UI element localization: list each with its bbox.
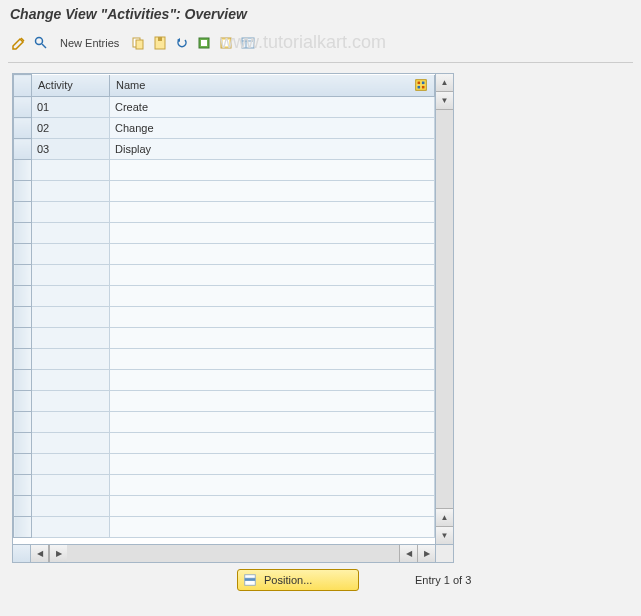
position-button[interactable]: Position... (237, 569, 359, 591)
cell-activity[interactable] (32, 370, 110, 391)
cell-name[interactable]: Display (110, 139, 435, 160)
row-selector[interactable] (14, 202, 32, 223)
copy-icon[interactable] (129, 34, 147, 52)
table-row[interactable] (14, 223, 435, 244)
cell-name[interactable] (110, 454, 435, 475)
cell-name[interactable] (110, 286, 435, 307)
vertical-scrollbar[interactable]: ▲ ▼ ▲ ▼ (435, 74, 453, 544)
row-selector[interactable] (14, 517, 32, 538)
change-icon[interactable] (10, 34, 28, 52)
table-row[interactable]: 02Change (14, 118, 435, 139)
cell-activity[interactable] (32, 307, 110, 328)
cell-name[interactable] (110, 160, 435, 181)
table-row[interactable] (14, 307, 435, 328)
table-row[interactable] (14, 181, 435, 202)
table-settings-icon[interactable] (239, 34, 257, 52)
cell-activity[interactable] (32, 328, 110, 349)
column-header-name[interactable]: Name (110, 75, 435, 97)
row-selector[interactable] (14, 181, 32, 202)
row-selector[interactable] (14, 349, 32, 370)
row-selector[interactable] (14, 223, 32, 244)
cell-name[interactable]: Change (110, 118, 435, 139)
cell-activity[interactable] (32, 265, 110, 286)
cell-activity[interactable]: 02 (32, 118, 110, 139)
other-view-icon[interactable] (32, 34, 50, 52)
row-selector[interactable] (14, 412, 32, 433)
table-row[interactable]: 03Display (14, 139, 435, 160)
row-selector[interactable] (14, 370, 32, 391)
scroll-down2-icon[interactable]: ▼ (436, 526, 453, 544)
cell-name[interactable] (110, 433, 435, 454)
undo-icon[interactable] (173, 34, 191, 52)
cell-activity[interactable] (32, 475, 110, 496)
cell-activity[interactable]: 01 (32, 97, 110, 118)
row-selector[interactable] (14, 433, 32, 454)
table-row[interactable] (14, 517, 435, 538)
cell-name[interactable] (110, 244, 435, 265)
row-selector[interactable] (14, 391, 32, 412)
cell-activity[interactable] (32, 223, 110, 244)
row-selector[interactable] (14, 265, 32, 286)
cell-name[interactable] (110, 412, 435, 433)
cell-activity[interactable] (32, 202, 110, 223)
table-row[interactable]: 01Create (14, 97, 435, 118)
cell-name[interactable] (110, 391, 435, 412)
table-row[interactable] (14, 160, 435, 181)
scroll-left2-icon[interactable]: ◀ (399, 545, 417, 562)
cell-name[interactable] (110, 181, 435, 202)
row-selector[interactable] (14, 328, 32, 349)
table-row[interactable] (14, 349, 435, 370)
cell-name[interactable] (110, 202, 435, 223)
table-row[interactable] (14, 328, 435, 349)
column-header-activity[interactable]: Activity (32, 75, 110, 97)
cell-activity[interactable] (32, 181, 110, 202)
cell-activity[interactable] (32, 160, 110, 181)
row-selector[interactable] (14, 244, 32, 265)
scroll-track[interactable] (436, 110, 453, 508)
row-selector[interactable] (14, 286, 32, 307)
cell-activity[interactable] (32, 286, 110, 307)
table-row[interactable] (14, 202, 435, 223)
scroll-up-icon[interactable]: ▲ (436, 74, 453, 92)
table-row[interactable] (14, 286, 435, 307)
row-selector[interactable] (14, 454, 32, 475)
cell-activity[interactable] (32, 454, 110, 475)
cell-name[interactable] (110, 496, 435, 517)
table-row[interactable] (14, 244, 435, 265)
scroll-right-icon[interactable]: ▶ (49, 545, 67, 562)
cell-activity[interactable] (32, 244, 110, 265)
cell-activity[interactable] (32, 496, 110, 517)
cell-activity[interactable] (32, 391, 110, 412)
table-row[interactable] (14, 265, 435, 286)
scroll-left-icon[interactable]: ◀ (31, 545, 49, 562)
table-row[interactable] (14, 454, 435, 475)
table-config-icon[interactable] (411, 76, 431, 94)
row-selector[interactable] (14, 496, 32, 517)
cell-activity[interactable] (32, 433, 110, 454)
cell-activity[interactable]: 03 (32, 139, 110, 160)
cell-activity[interactable] (32, 517, 110, 538)
scroll-up2-icon[interactable]: ▲ (436, 508, 453, 526)
table-row[interactable] (14, 391, 435, 412)
row-selector[interactable] (14, 475, 32, 496)
table-row[interactable] (14, 370, 435, 391)
cell-name[interactable] (110, 307, 435, 328)
row-selector[interactable] (14, 160, 32, 181)
table-row[interactable] (14, 475, 435, 496)
table-row[interactable] (14, 412, 435, 433)
table-row[interactable] (14, 496, 435, 517)
new-entries-button[interactable]: New Entries (60, 37, 119, 49)
hscroll-track[interactable] (67, 545, 399, 562)
row-selector[interactable] (14, 139, 32, 160)
cell-name[interactable] (110, 475, 435, 496)
cell-name[interactable] (110, 223, 435, 244)
table-row[interactable] (14, 433, 435, 454)
row-selector[interactable] (14, 307, 32, 328)
deselect-all-icon[interactable] (217, 34, 235, 52)
row-selector[interactable] (14, 97, 32, 118)
cell-name[interactable]: Create (110, 97, 435, 118)
cell-name[interactable] (110, 517, 435, 538)
select-all-icon[interactable] (195, 34, 213, 52)
select-all-header[interactable] (14, 75, 32, 97)
cell-name[interactable] (110, 265, 435, 286)
